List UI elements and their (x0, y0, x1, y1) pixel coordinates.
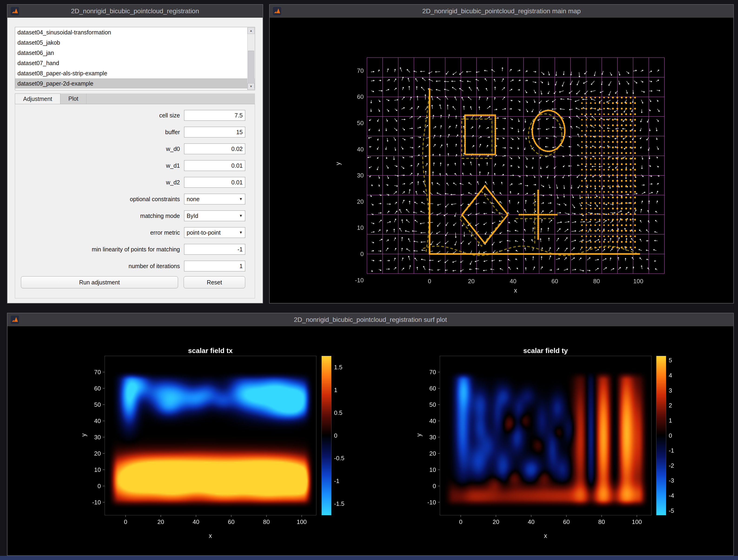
num-iterations-label: number of iterations (10, 261, 180, 271)
dataset-item[interactable]: dataset04_sinusoidal-transformation (15, 27, 255, 37)
dataset-listbox: dataset04_sinusoidal-transformation data… (15, 27, 255, 90)
error-metric-value: point-to-point (187, 229, 221, 236)
scrollbar-down-button[interactable]: ▼ (248, 83, 255, 90)
optional-constraints-label: optional constraints (10, 194, 180, 205)
buffer-row: buffer (7, 127, 263, 137)
error-metric-label: error metric (10, 227, 180, 238)
optional-constraints-select[interactable]: none ▼ (184, 194, 245, 205)
map-xlabel: x (481, 287, 550, 294)
num-iterations-row: number of iterations (7, 261, 263, 271)
scalar-field-ty-plot[interactable] (370, 326, 733, 555)
map-window-title: 2D_nonrigid_bicubic_pointcloud_registrat… (270, 7, 733, 15)
scrollbar-up-button[interactable]: ▲ (248, 27, 255, 34)
listbox-scrollbar[interactable]: ▲ ▼ (247, 27, 255, 90)
matching-mode-value: ById (187, 213, 198, 219)
surf-titlebar[interactable]: 2D_nonrigid_bicubic_pointcloud_registrat… (7, 313, 733, 326)
w-d1-input[interactable] (184, 160, 245, 171)
matching-mode-select[interactable]: ById ▼ (184, 211, 245, 221)
control-window-title: 2D_nonrigid_bicubic_pointcloud_registrat… (7, 7, 263, 15)
surf-content: scalar field tx scalar field ty x x y y (7, 326, 733, 555)
w-d2-input[interactable] (184, 177, 245, 188)
dataset-item[interactable]: dataset05_jakob (15, 37, 255, 48)
chevron-down-icon: ▼ (239, 197, 243, 201)
run-adjustment-button[interactable]: Run adjustment (21, 276, 178, 288)
matlab-icon (273, 7, 281, 15)
control-titlebar[interactable]: 2D_nonrigid_bicubic_pointcloud_registrat… (7, 5, 263, 18)
map-content: x y (270, 18, 733, 303)
num-iterations-input[interactable] (184, 261, 245, 271)
matlab-icon (11, 316, 19, 324)
scrollbar-thumb[interactable] (248, 51, 254, 84)
reset-button[interactable]: Reset (183, 276, 245, 288)
w-d1-label: w_d1 (10, 160, 180, 171)
buffer-label: buffer (10, 127, 180, 137)
w-d2-label: w_d2 (10, 177, 180, 188)
matlab-icon (11, 7, 19, 15)
main-map-plot[interactable] (270, 18, 733, 303)
tab-strip: Adjustment Plot (15, 93, 255, 104)
w-d2-row: w_d2 (7, 177, 263, 188)
dataset-item[interactable]: dataset07_hand (15, 58, 255, 68)
cell-size-row: cell size (7, 110, 263, 121)
map-window: 2D_nonrigid_bicubic_pointcloud_registrat… (269, 4, 734, 303)
tx-plot-title: scalar field tx (105, 347, 316, 355)
map-titlebar[interactable]: 2D_nonrigid_bicubic_pointcloud_registrat… (270, 5, 733, 18)
desktop: 2D_nonrigid_bicubic_pointcloud_registrat… (0, 0, 738, 560)
ty-ylabel: y (415, 434, 423, 437)
min-linearity-row: min linearity of points for matching (7, 244, 263, 255)
ty-xlabel: x (440, 532, 651, 540)
control-content: dataset04_sinusoidal-transformation data… (7, 18, 263, 303)
chevron-down-icon: ▼ (239, 214, 243, 218)
w-d0-label: w_d0 (10, 144, 180, 154)
cell-size-input[interactable] (184, 110, 245, 121)
surf-window: 2D_nonrigid_bicubic_pointcloud_registrat… (7, 313, 734, 556)
control-window: 2D_nonrigid_bicubic_pointcloud_registrat… (7, 4, 263, 303)
tab-adjustment[interactable]: Adjustment (15, 93, 60, 104)
w-d1-row: w_d1 (7, 160, 263, 171)
tab-plot[interactable]: Plot (60, 93, 86, 104)
min-linearity-label: min linearity of points for matching (10, 244, 180, 255)
chevron-down-icon: ▼ (239, 231, 243, 235)
dataset-item[interactable]: dataset06_jan (15, 48, 255, 58)
tx-ylabel: y (80, 434, 87, 437)
buffer-input[interactable] (184, 127, 245, 137)
tx-xlabel: x (105, 532, 316, 540)
error-metric-select[interactable]: point-to-point ▼ (184, 227, 245, 238)
dataset-item[interactable]: dataset08_paper-als-strip-example (15, 68, 255, 78)
min-linearity-input[interactable] (184, 244, 245, 255)
cell-size-label: cell size (10, 110, 180, 121)
ty-plot-title: scalar field ty (440, 347, 651, 355)
matching-mode-row: matching mode ById ▼ (7, 211, 263, 221)
dataset-item-selected[interactable]: dataset09_paper-2d-example (15, 78, 255, 88)
scroll-up-icon: ▲ (250, 29, 253, 32)
w-d0-input[interactable] (184, 144, 245, 154)
scalar-field-tx-plot[interactable] (7, 326, 370, 555)
w-d0-row: w_d0 (7, 144, 263, 154)
surf-window-title: 2D_nonrigid_bicubic_pointcloud_registrat… (7, 316, 733, 323)
error-metric-row: error metric point-to-point ▼ (7, 227, 263, 238)
optional-constraints-value: none (187, 196, 200, 203)
optional-constraints-row: optional constraints none ▼ (7, 194, 263, 205)
map-ylabel: y (335, 162, 342, 165)
scroll-down-icon: ▼ (250, 85, 253, 88)
taskbar-edge (0, 556, 738, 560)
matching-mode-label: matching mode (10, 211, 180, 221)
